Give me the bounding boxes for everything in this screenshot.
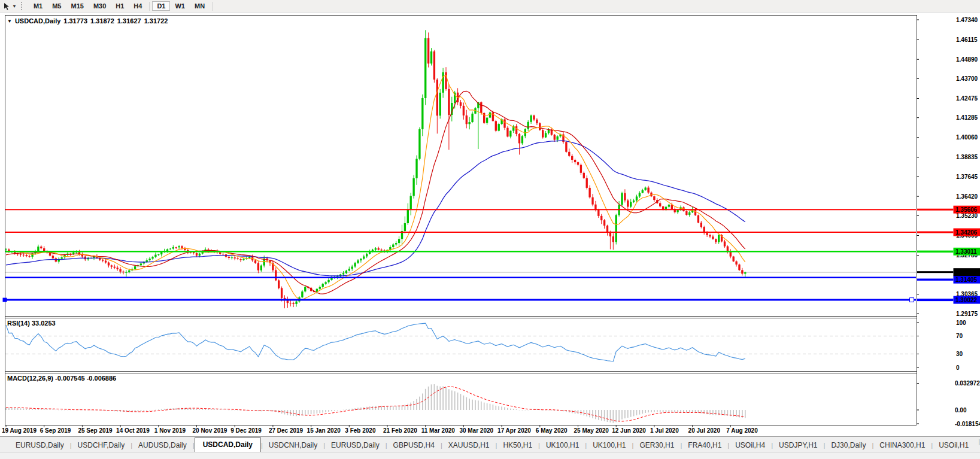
svg-text:30: 30 (956, 351, 963, 357)
svg-text:1.35606: 1.35606 (955, 206, 978, 213)
chart-tab-3-usdcaddaily[interactable]: USDCAD,Daily (195, 437, 261, 452)
chart-tab-13-usoilh4[interactable]: USOil,H4 (729, 439, 771, 452)
svg-text:1.42475: 1.42475 (956, 95, 978, 102)
svg-text:1.41285: 1.41285 (956, 114, 978, 121)
svg-text:1.37645: 1.37645 (956, 174, 978, 180)
chart-tab-1-usdchfdaily[interactable]: USDCHF,Daily (72, 439, 131, 452)
ohlc-high: 1.31872 (90, 17, 114, 25)
chart-tab-4-usdcnhdaily[interactable]: USDCNH,Daily (263, 439, 323, 452)
svg-text:21 Feb 2020: 21 Feb 2020 (383, 427, 417, 434)
cursor-tool-icon[interactable] (2, 2, 11, 11)
svg-text:0: 0 (956, 364, 960, 371)
svg-text:7 Aug 2020: 7 Aug 2020 (726, 427, 758, 434)
chart-tab-0-eurusddaily[interactable]: EURUSD,Daily (10, 439, 70, 452)
ohlc-close: 1.31722 (144, 17, 168, 25)
chart-tab-14-usdjpyh1[interactable]: USDJPY,H1 (773, 439, 823, 452)
svg-text:1.46115: 1.46115 (956, 37, 978, 43)
svg-text:14 Oct 2019: 14 Oct 2019 (116, 427, 150, 434)
tab-scroll-arrows: | ◂ ▸ (975, 438, 980, 452)
svg-text:1.47340: 1.47340 (956, 17, 978, 23)
svg-text:1.33011: 1.33011 (955, 248, 977, 255)
toolbar-separator (149, 2, 150, 11)
svg-text:1.40060: 1.40060 (956, 134, 978, 141)
chart-tab-5-eurusddaily[interactable]: EURUSD,Daily (325, 439, 386, 452)
svg-text:20 Nov 2019: 20 Nov 2019 (193, 427, 227, 434)
svg-text:9 Dec 2019: 9 Dec 2019 (230, 427, 262, 434)
chart-tab-15-dj30daily[interactable]: DJ30,Daily (825, 439, 872, 452)
toolbar-separator (212, 2, 213, 11)
svg-text:1 Jul 2020: 1 Jul 2020 (650, 427, 679, 434)
svg-text:70: 70 (956, 333, 963, 339)
chart-tab-10-uk100h1[interactable]: UK100,H1 (587, 439, 632, 452)
period-button-m5[interactable]: M5 (47, 1, 66, 11)
svg-text:20 Jul 2020: 20 Jul 2020 (688, 427, 721, 434)
period-button-mn[interactable]: MN (190, 1, 210, 11)
svg-text:1.30022: 1.30022 (955, 297, 978, 303)
toolbar-grip[interactable] (21, 2, 25, 10)
chart-tab-11-ger30h1[interactable]: GER30,H1 (633, 439, 680, 452)
period-button-m1[interactable]: M1 (29, 1, 47, 11)
cursor-arrow-glyph (3, 2, 11, 10)
chart-menu-arrow-icon[interactable]: ▼ (7, 19, 12, 24)
chart-tab-8-hk50h1[interactable]: HK50,H1 (497, 439, 538, 452)
svg-text:0.00: 0.00 (955, 407, 967, 414)
svg-text:1.31405: 1.31405 (955, 276, 978, 283)
svg-text:1 Nov 2019: 1 Nov 2019 (154, 427, 186, 434)
chart-tab-6-gbpusdh4[interactable]: GBPUSD,H4 (387, 439, 441, 452)
svg-text:19 Aug 2019: 19 Aug 2019 (2, 427, 37, 434)
svg-text:1.29175: 1.29175 (956, 311, 978, 317)
svg-text:0.032972: 0.032972 (955, 380, 980, 387)
svg-text:-0.018154: -0.018154 (955, 421, 980, 427)
chart-tab-16-china300h1[interactable]: CHINA300,H1 (873, 439, 931, 452)
chart-symbol-period: USDCAD,Daily (15, 17, 60, 25)
svg-text:12 Jun 2020: 12 Jun 2020 (612, 427, 646, 434)
svg-text:11 Mar 2020: 11 Mar 2020 (421, 427, 456, 434)
svg-text:1.38835: 1.38835 (956, 154, 978, 160)
timeframe-toolbar: ▼ M1M5M15M30H1H4D1W1MN (0, 0, 980, 13)
status-strip (0, 452, 980, 459)
svg-text:1.34206: 1.34206 (955, 229, 978, 236)
svg-text:27 Dec 2019: 27 Dec 2019 (269, 427, 304, 434)
chart-tabs-bar: EURUSD,Daily|USDCHF,Daily|AUDUSD,Daily|U… (0, 436, 980, 452)
chart-tab-17-usoilh1[interactable]: USOil,H1 (933, 439, 975, 452)
period-button-m15[interactable]: M15 (66, 1, 88, 11)
svg-text:25 May 2020: 25 May 2020 (574, 427, 609, 434)
rsi-indicator-label: RSI(14) 33.0253 (7, 320, 56, 327)
chart-tab-7-xauusdh1[interactable]: XAUUSD,H1 (442, 439, 496, 452)
svg-text:100: 100 (956, 320, 966, 326)
svg-text:25 Sep 2019: 25 Sep 2019 (78, 427, 113, 434)
cursor-tool-caret-icon[interactable]: ▼ (12, 4, 17, 9)
chart-tab-12-fra40h1[interactable]: FRA40,H1 (682, 439, 727, 452)
period-button-h4[interactable]: H4 (129, 1, 147, 11)
line-handle-right[interactable] (910, 298, 914, 302)
period-buttons-group: M1M5M15M30H1H4D1W1MN (29, 1, 215, 11)
chart-tab-2-audusddaily[interactable]: AUDUSD,Daily (132, 439, 193, 452)
period-button-m30[interactable]: M30 (89, 1, 111, 11)
line-handle-left[interactable] (3, 298, 7, 302)
ohlc-low: 1.31627 (117, 17, 141, 25)
svg-text:6 May 2020: 6 May 2020 (536, 427, 568, 434)
svg-text:1.31722: 1.31722 (955, 269, 978, 275)
svg-text:1.44890: 1.44890 (956, 56, 978, 63)
ohlc-open: 1.31773 (63, 17, 87, 25)
period-button-w1[interactable]: W1 (170, 1, 190, 11)
svg-text:1.36420: 1.36420 (956, 193, 978, 200)
svg-text:6 Sep 2019: 6 Sep 2019 (40, 427, 71, 434)
chart-title: ▼ USDCAD,Daily 1.31773 1.31872 1.31627 1… (7, 17, 168, 25)
svg-text:17 Apr 2020: 17 Apr 2020 (497, 427, 531, 434)
svg-text:1.43700: 1.43700 (956, 75, 978, 82)
svg-text:15 Jan 2020: 15 Jan 2020 (307, 427, 341, 434)
chart-canvas[interactable]: 1.473401.461151.448901.437001.424751.412… (0, 0, 980, 436)
macd-indicator-label: MACD(12,26,9) -0.007545 -0.006886 (7, 375, 116, 382)
period-button-h1[interactable]: H1 (111, 1, 129, 11)
mt4-window: ▼ M1M5M15M30H1H4D1W1MN 1.473401.461151.4… (0, 0, 980, 459)
period-button-d1[interactable]: D1 (152, 1, 170, 11)
svg-text:30 Mar 2020: 30 Mar 2020 (459, 427, 493, 434)
chart-tabs-group: EURUSD,Daily|USDCHF,Daily|AUDUSD,Daily|U… (10, 437, 975, 452)
chart-tab-9-uk100h1[interactable]: UK100,H1 (540, 439, 585, 452)
svg-text:3 Feb 2020: 3 Feb 2020 (345, 427, 376, 434)
